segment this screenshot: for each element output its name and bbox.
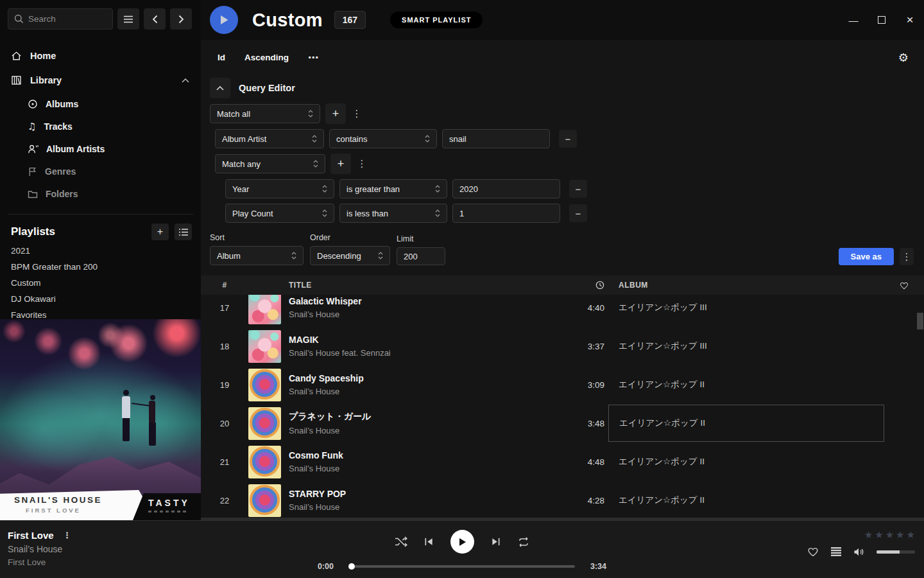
horizontal-scrollbar[interactable] bbox=[201, 518, 924, 520]
queue-button[interactable] bbox=[831, 547, 841, 556]
sidebar-item-label: Home bbox=[30, 51, 56, 61]
favorite-button[interactable] bbox=[807, 547, 819, 557]
match-type-select[interactable]: Match all bbox=[210, 104, 320, 123]
playlist-item[interactable]: Custom bbox=[0, 275, 201, 291]
back-button[interactable] bbox=[144, 8, 166, 30]
playlist-item[interactable]: BPM Greater than 200 bbox=[0, 259, 201, 275]
column-title[interactable]: TITLE bbox=[281, 281, 557, 290]
rating-stars[interactable]: ★★★★★ bbox=[864, 529, 915, 541]
star-icon[interactable]: ★ bbox=[864, 529, 873, 541]
sidebar-item-album-artists[interactable]: Album Artists bbox=[0, 137, 201, 160]
heart-icon bbox=[900, 281, 909, 290]
collapse-query-button[interactable] bbox=[210, 78, 230, 98]
repeat-button[interactable] bbox=[517, 537, 530, 547]
search-input[interactable] bbox=[28, 14, 107, 24]
search-box[interactable] bbox=[8, 8, 113, 30]
duration-column-header[interactable] bbox=[557, 281, 608, 290]
vertical-scrollbar-thumb[interactable] bbox=[917, 313, 923, 329]
column-album[interactable]: ALBUM bbox=[608, 281, 884, 290]
volume-slider[interactable] bbox=[877, 550, 915, 554]
rule-operator-select[interactable]: is greater than bbox=[339, 179, 447, 198]
now-playing-artist[interactable]: Snail’s House bbox=[8, 544, 318, 554]
sidebar-item-home[interactable]: Home bbox=[0, 44, 201, 68]
select-value: contains bbox=[336, 134, 367, 144]
volume-icon[interactable] bbox=[853, 547, 864, 557]
add-rule-button[interactable]: + bbox=[330, 153, 351, 174]
track-album-cell[interactable]: エイリアン☆ポップ II bbox=[608, 405, 884, 442]
seek-handle[interactable] bbox=[348, 563, 355, 570]
table-row[interactable]: 20 プラネット・ガール Snail’s House 3:48 エイリアン☆ポッ… bbox=[201, 404, 924, 442]
track-album-cell[interactable]: エイリアン☆ポップ II bbox=[608, 443, 884, 480]
rule-value-input[interactable] bbox=[452, 204, 560, 223]
playlist-item[interactable]: 2021 bbox=[0, 243, 201, 259]
rule-value-input[interactable] bbox=[442, 129, 550, 148]
track-artist: Snail’s House feat. Sennzai bbox=[281, 348, 557, 358]
track-thumbnail bbox=[248, 369, 281, 401]
hamburger-icon bbox=[123, 15, 133, 23]
group-kebab-icon[interactable]: ⋮ bbox=[356, 158, 368, 170]
sidebar-item-library[interactable]: Library bbox=[0, 68, 201, 92]
rule-value-input[interactable] bbox=[452, 179, 560, 198]
more-options-button[interactable]: ⋯ bbox=[308, 51, 318, 64]
match-type-select[interactable]: Match any bbox=[215, 154, 325, 173]
menu-button[interactable] bbox=[117, 8, 139, 30]
star-icon[interactable]: ★ bbox=[886, 529, 894, 541]
rule-field-select[interactable]: Play Count bbox=[225, 204, 334, 223]
rule-field-select[interactable]: Album Artist bbox=[215, 129, 324, 148]
maximize-button[interactable] bbox=[868, 4, 896, 36]
track-album-cell[interactable]: エイリアン☆ポップ III bbox=[608, 328, 884, 365]
elapsed-time: 0:00 bbox=[318, 562, 339, 571]
sidebar-item-genres[interactable]: Genres bbox=[0, 160, 201, 182]
track-artist: Snail’s House bbox=[281, 502, 557, 512]
track-album-cell[interactable]: エイリアン☆ポップ II bbox=[608, 482, 884, 519]
save-as-button[interactable]: Save as bbox=[839, 248, 894, 265]
star-icon[interactable]: ★ bbox=[896, 529, 904, 541]
query-sort-select[interactable]: Album bbox=[210, 246, 304, 265]
favorite-column-header[interactable] bbox=[884, 281, 924, 290]
table-row[interactable]: 17 Galactic Whisper Snail’s House 4:40 エ… bbox=[201, 295, 924, 327]
sidebar-item-tracks[interactable]: ♫ Tracks bbox=[0, 115, 201, 137]
remove-rule-button[interactable]: − bbox=[569, 180, 587, 198]
chevron-up-icon[interactable] bbox=[182, 78, 189, 83]
star-icon[interactable]: ★ bbox=[907, 529, 915, 541]
column-number[interactable]: # bbox=[201, 281, 248, 290]
play-button[interactable] bbox=[450, 530, 474, 554]
play-playlist-button[interactable] bbox=[210, 6, 238, 34]
close-button[interactable]: × bbox=[896, 4, 924, 36]
previous-track-button[interactable] bbox=[424, 537, 434, 547]
gear-icon[interactable]: ⚙ bbox=[898, 51, 909, 64]
table-row[interactable]: 18 MAGIK Snail’s House feat. Sennzai 3:3… bbox=[201, 327, 924, 365]
add-rule-button[interactable]: + bbox=[325, 103, 346, 124]
rule-operator-select[interactable]: contains bbox=[329, 129, 437, 148]
table-row[interactable]: 19 Candy Spaceship Snail’s House 3:09 エイ… bbox=[201, 365, 924, 404]
seek-bar[interactable] bbox=[349, 565, 575, 568]
remove-rule-button[interactable]: − bbox=[559, 130, 577, 148]
query-order-select[interactable]: Descending bbox=[310, 246, 390, 265]
rule-field-select[interactable]: Year bbox=[225, 179, 334, 198]
playlist-item[interactable]: DJ Okawari bbox=[0, 291, 201, 307]
query-limit-input[interactable] bbox=[397, 247, 445, 265]
sidebar-item-albums[interactable]: Albums bbox=[0, 92, 201, 115]
playlist-list-button[interactable] bbox=[175, 223, 192, 240]
forward-button[interactable] bbox=[170, 8, 192, 30]
remove-rule-button[interactable]: − bbox=[569, 204, 587, 222]
table-row[interactable]: 22 STARRY POP Snail’s House 4:28 エイリアン☆ポ… bbox=[201, 481, 924, 520]
now-playing-album[interactable]: First Love bbox=[8, 557, 318, 567]
minimize-button[interactable]: — bbox=[839, 4, 868, 36]
page-title: Custom bbox=[252, 10, 323, 31]
sort-field-button[interactable]: Id bbox=[218, 53, 225, 62]
track-album-cell[interactable]: エイリアン☆ポップ III bbox=[608, 295, 884, 326]
sidebar-item-folders[interactable]: Folders bbox=[0, 182, 201, 205]
group-kebab-icon[interactable]: ⋮ bbox=[351, 108, 363, 119]
table-row[interactable]: 21 Cosmo Funk Snail’s House 4:48 エイリアン☆ポ… bbox=[201, 442, 924, 481]
now-playing-kebab-icon[interactable]: ⋮ bbox=[62, 530, 73, 540]
add-playlist-button[interactable]: + bbox=[151, 223, 169, 240]
track-album-cell[interactable]: エイリアン☆ポップ II bbox=[608, 366, 884, 403]
next-track-button[interactable] bbox=[491, 537, 501, 547]
save-kebab-icon[interactable]: ⋮ bbox=[900, 248, 914, 265]
shuffle-button[interactable] bbox=[395, 536, 407, 547]
sort-direction-button[interactable]: Ascending bbox=[244, 53, 289, 62]
rule-operator-select[interactable]: is less than bbox=[339, 204, 447, 223]
sort-label: Sort bbox=[210, 233, 304, 242]
star-icon[interactable]: ★ bbox=[875, 529, 883, 541]
